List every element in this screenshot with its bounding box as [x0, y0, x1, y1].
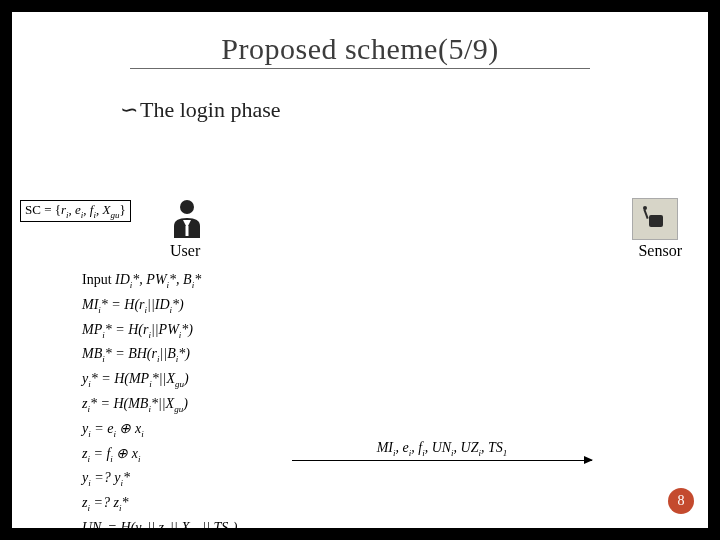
slide: Proposed scheme(5/9) ∽The login phase SC… — [12, 12, 708, 528]
subtitle-text: The login phase — [140, 97, 281, 122]
title-underline — [130, 68, 590, 69]
message-arrow-label: MIi, ei, fi, UNi, UZi, TS1 — [292, 440, 592, 458]
svg-point-4 — [643, 206, 647, 210]
user-icon — [170, 198, 204, 238]
sensor-icon — [632, 198, 678, 240]
svg-rect-2 — [649, 215, 663, 227]
login-phase-formulas: Input IDi*, PWi*, Bi*MIi* = H(ri||IDi*)M… — [82, 270, 238, 540]
slide-title: Proposed scheme(5/9) — [12, 32, 708, 66]
user-label: User — [170, 242, 200, 260]
smartcard-contents-box: SC = {ri, ei, fi, Xgu} — [20, 200, 131, 222]
page-number-badge: 8 — [668, 488, 694, 514]
subtitle: ∽The login phase — [120, 97, 708, 123]
sensor-label: Sensor — [638, 242, 682, 260]
arrow-head-icon — [584, 456, 593, 464]
bullet-swirl-icon: ∽ — [120, 97, 138, 122]
svg-rect-1 — [186, 226, 189, 236]
arrow-line — [292, 460, 592, 461]
svg-point-0 — [180, 200, 194, 214]
message-arrow: MIi, ei, fi, UNi, UZi, TS1 — [292, 440, 592, 461]
svg-rect-3 — [643, 209, 648, 219]
